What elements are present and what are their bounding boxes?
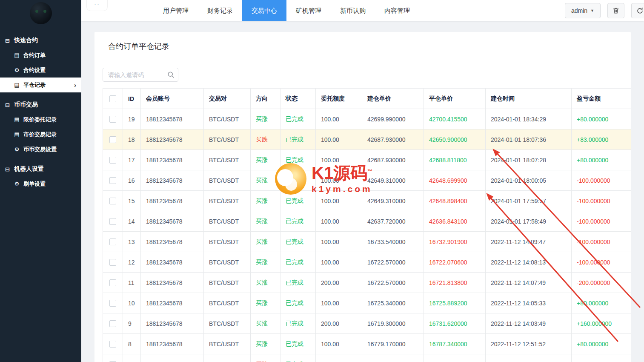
table-row: 8 18812345678 BTC/USDT 买涨 已完成 100.00 167… — [103, 334, 631, 354]
cell-id: 17 — [123, 150, 141, 170]
cell-status: 已完成 — [280, 354, 316, 362]
table-row: 19 18812345678 BTC/USDT 买涨 已完成 100.00 42… — [103, 109, 631, 129]
cell-direction: 买涨 — [251, 273, 280, 293]
cell-profit: -200.000000 — [572, 273, 631, 293]
row-checkbox[interactable] — [109, 177, 116, 184]
cell-close-price: 42636.843100 — [424, 211, 486, 232]
row-checkbox[interactable] — [109, 341, 116, 348]
refresh-icon — [636, 7, 644, 14]
cell-open-time: 2022-11-12 14:09:47 — [486, 232, 572, 252]
refresh-button[interactable] — [631, 3, 644, 18]
sidebar-item-label: 刷单设置 — [23, 180, 46, 188]
cell-pair: BTC/USDT — [204, 334, 251, 354]
table-row: 18 18812345678 BTC/USDT 买跌 已完成 100.00 42… — [103, 129, 631, 150]
cell-pair: BTC/USDT — [204, 273, 251, 293]
admin-dropdown[interactable]: admin ▼ — [565, 3, 601, 18]
cell-status: 已完成 — [280, 313, 316, 334]
row-checkbox[interactable] — [109, 157, 116, 164]
trash-button[interactable] — [607, 3, 624, 18]
cell-amount: 100.00 — [316, 232, 362, 252]
sidebar-item[interactable]: 刷单设置 › — [0, 176, 81, 191]
nav-tab[interactable]: 矿机管理 — [286, 0, 331, 21]
sidebar-item[interactable]: 合约订单 › — [0, 48, 81, 63]
cell-direction: 买跌 — [251, 354, 280, 362]
cell-direction: 买涨 — [251, 313, 280, 334]
cell-open-price: 42687.930000 — [362, 150, 424, 170]
sidebar-item[interactable]: 市价交易记录 › — [0, 127, 81, 142]
row-checkbox[interactable] — [109, 259, 116, 266]
nav-tab[interactable]: 新币认购 — [331, 0, 375, 21]
cell-open-time: 2024-01-01 17:58:49 — [486, 211, 572, 232]
cell-profit: +83.000000 — [572, 129, 631, 150]
nav-tab[interactable]: 用户管理 — [154, 0, 198, 21]
row-checkbox[interactable] — [109, 279, 116, 286]
search-icon[interactable] — [167, 71, 175, 78]
cell-pair: BTC/USDT — [204, 354, 251, 362]
gear-icon — [14, 146, 20, 152]
sidebar-item[interactable]: 合约设置 › — [0, 63, 81, 78]
cell-profit: +80.000000 — [572, 354, 631, 362]
cell-amount: 100.00 — [316, 354, 362, 362]
sidebar-item[interactable]: 平仓记录 › — [0, 78, 81, 92]
col-profit: 盈亏金额 — [572, 89, 631, 109]
table-row: 17 18812345678 BTC/USDT 买涨 已完成 100.00 42… — [103, 150, 631, 170]
table-row: 7 18812345678 BTC/USDT 买跌 已完成 100.00 167… — [103, 354, 631, 362]
sidebar-section-header[interactable]: 机器人设置 — [0, 162, 81, 176]
cell-status: 已完成 — [280, 334, 316, 354]
row-checkbox[interactable] — [109, 238, 116, 245]
nav-tab[interactable]: 内容管理 — [375, 0, 419, 21]
cell-close-price: 16732.901900 — [424, 232, 486, 252]
cell-amount: 200.00 — [316, 273, 362, 293]
table-row: 15 18812345678 BTC/USDT 买涨 已完成 100.00 42… — [103, 191, 631, 211]
cell-open-price: 16722.570000 — [362, 252, 424, 273]
cell-id: 19 — [123, 109, 141, 129]
col-pair: 交易对 — [204, 89, 251, 109]
sidebar-item-label: 市价交易记录 — [23, 131, 57, 138]
cell-account: 18812345678 — [141, 129, 204, 150]
doc-icon — [14, 116, 20, 123]
cell-open-time: 2024-01-01 18:00:05 — [486, 170, 572, 191]
col-account: 会员账号 — [141, 89, 204, 109]
row-checkbox[interactable] — [109, 218, 116, 225]
app-logo[interactable] — [30, 2, 52, 24]
cell-direction: 买涨 — [251, 293, 280, 313]
navbar-actions: admin ▼ — [565, 3, 644, 18]
cell-id: 15 — [123, 191, 141, 211]
cell-close-price: 42648.898400 — [424, 191, 486, 211]
nav-tab[interactable]: 财务记录 — [198, 0, 242, 21]
cell-id: 16 — [123, 170, 141, 191]
doc-icon — [14, 131, 20, 138]
row-checkbox[interactable] — [109, 116, 116, 123]
cell-close-price: 42650.900000 — [424, 129, 486, 150]
cell-profit: +80.000000 — [572, 109, 631, 129]
cell-open-time: 2022-11-12 12:51:52 — [486, 334, 572, 354]
cell-account: 18812345678 — [141, 252, 204, 273]
cell-open-price: 16779.170000 — [362, 334, 424, 354]
sidebar-item-label: 限价委托记录 — [23, 116, 57, 124]
nav-tab[interactable]: 交易中心 — [242, 0, 286, 21]
cell-id: 18 — [123, 129, 141, 150]
cell-id: 10 — [123, 293, 141, 313]
select-all-checkbox[interactable] — [109, 95, 116, 102]
row-checkbox[interactable] — [109, 320, 116, 327]
sidebar-section-header[interactable]: 快速合约 — [0, 33, 81, 48]
doc-icon — [14, 52, 20, 58]
cell-close-price: 16721.813800 — [424, 273, 486, 293]
cell-pair: BTC/USDT — [204, 252, 251, 273]
sidebar-item[interactable]: 限价委托记录 › — [0, 112, 81, 127]
sidebar-section-items: 限价委托记录 › 市价交易记录 › — [0, 112, 81, 157]
sidebar-section-header[interactable]: 币币交易 — [0, 98, 81, 112]
table-row: 10 18812345678 BTC/USDT 买涨 已完成 100.00 16… — [103, 293, 631, 313]
cell-pair: BTC/USDT — [204, 232, 251, 252]
nav-tabs: 用户管理 财务记录 交易中心 矿机管理 新币认购 内容管理 — [154, 0, 419, 21]
cell-status: 已完成 — [280, 129, 316, 150]
cell-amount: 100.00 — [316, 211, 362, 232]
row-checkbox[interactable] — [109, 136, 116, 143]
collapse-tab[interactable]: ·· — [86, 0, 108, 11]
row-checkbox[interactable] — [109, 300, 116, 307]
table-row: 13 18812345678 BTC/USDT 买涨 已完成 100.00 16… — [103, 232, 631, 252]
sidebar-item[interactable]: 币币交易设置 › — [0, 142, 81, 157]
cell-close-price: 16731.620000 — [424, 313, 486, 334]
row-checkbox[interactable] — [109, 198, 116, 204]
table-body: 19 18812345678 BTC/USDT 买涨 已完成 100.00 42… — [103, 109, 631, 362]
